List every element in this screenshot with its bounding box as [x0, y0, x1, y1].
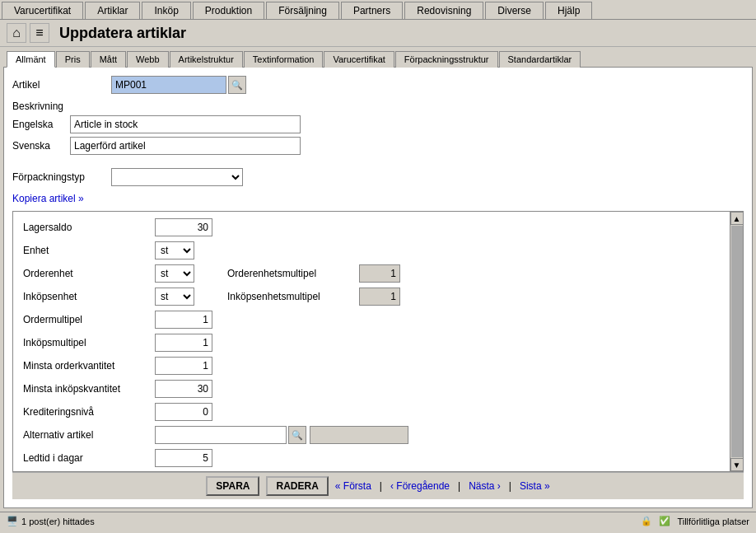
radera-button[interactable]: RADERA	[266, 476, 328, 496]
enhet-label: Enhet	[23, 245, 155, 256]
top-menu-hjalp[interactable]: Hjälp	[545, 2, 592, 19]
bottom-bar: SPARA RADERA « Första | ‹ Föregående | N…	[12, 472, 744, 499]
inkopsenhet-select[interactable]: st	[155, 288, 194, 306]
enhet-row: Enhet st	[23, 241, 726, 259]
artikel-search-button[interactable]: 🔍	[228, 76, 246, 94]
top-menu-partners[interactable]: Partners	[341, 2, 403, 19]
tabs-row: Allmänt Pris Mått Webb Artikelstruktur T…	[3, 50, 753, 67]
ledtididagar-row: Ledtid i dagar	[23, 449, 726, 467]
orderenhetsmultipel-input[interactable]	[359, 264, 400, 283]
top-menu-inkop[interactable]: Inköp	[142, 2, 190, 19]
krediteringsniva-label: Krediteringsnivå	[23, 406, 155, 418]
ordermultipel-label: Ordermultipel	[23, 314, 155, 325]
tab-webb[interactable]: Webb	[127, 51, 169, 68]
orderenhet-select[interactable]: st	[155, 264, 194, 283]
krediteringsniva-input[interactable]	[155, 403, 212, 421]
lock-icon: 🔒	[641, 516, 652, 526]
mistainkopskvantitet-row: Minsta inköpskvantitet	[23, 380, 726, 398]
nav-first-link[interactable]: « Första	[335, 480, 371, 492]
forpackningstyp-row: Förpackningstyp	[12, 168, 744, 186]
engelska-input[interactable]	[70, 115, 301, 133]
nav-last-link[interactable]: Sista »	[520, 480, 550, 492]
beskrivning-section: Beskrivning Engelska Svenska	[12, 101, 744, 158]
orderenhet-row: Orderenhet st Orderenhetsmultipel	[23, 264, 726, 283]
ledtididagar-label: Ledtid i dagar	[23, 452, 155, 464]
secure-label: Tillförlitliga platser	[677, 517, 749, 526]
scroll-section: Lagersaldo Enhet st Orderenhet	[12, 211, 744, 472]
inkopsenhet-label: Inköpsenhet	[23, 291, 155, 302]
lagersaldo-label: Lagersaldo	[23, 222, 155, 233]
top-menu-produktion[interactable]: Produktion	[193, 2, 264, 19]
scroll-thumb[interactable]	[731, 226, 743, 457]
tab-varucertifikat[interactable]: Varucertifikat	[324, 51, 394, 68]
alternativartikel-row: Alternativ artikel 🔍	[23, 426, 726, 444]
top-menu-bar: Varucertifikat Artiklar Inköp Produktion…	[0, 0, 756, 20]
status-message: 1 post(er) hittades	[21, 517, 95, 526]
ordermultipel-row: Ordermultipel	[23, 311, 726, 329]
tab-pris[interactable]: Pris	[56, 51, 90, 68]
tab-allman[interactable]: Allmänt	[7, 51, 55, 68]
forpackningstyp-select[interactable]	[111, 168, 243, 186]
tab-textinformation[interactable]: Textinformation	[244, 51, 324, 68]
scroll-up-arrow[interactable]: ▲	[730, 212, 744, 225]
top-menu-forsaljning[interactable]: Försäljning	[266, 2, 339, 19]
ordermultipel-input[interactable]	[155, 311, 212, 329]
alternativartikel-input[interactable]	[155, 426, 287, 444]
main-area: ⌂ ≡ Uppdatera artiklar Allmänt Pris Mått…	[0, 20, 756, 530]
home-icon[interactable]: ⌂	[7, 23, 26, 43]
top-menu-varucertifikat[interactable]: Varucertifikat	[2, 2, 83, 19]
inkopsmultipel-input[interactable]	[155, 334, 212, 352]
inkopsenhetsmultipel-label: Inköpsenhetsmultipel	[227, 291, 359, 302]
scrollbar[interactable]: ▲ ▼	[730, 212, 743, 471]
secure-icon: ✅	[659, 516, 670, 526]
artikel-label: Artikel	[12, 79, 111, 91]
beskrivning-label: Beskrivning	[12, 101, 744, 112]
krediteringsniva-row: Krediteringsnivå	[23, 403, 726, 421]
toolbar: ⌂ ≡ Uppdatera artiklar	[0, 20, 756, 47]
kopiera-artikel-link[interactable]: Kopiera artikel »	[12, 193, 744, 204]
forpackningstyp-label: Förpackningstyp	[12, 171, 111, 183]
svenska-row: Svenska	[12, 137, 744, 155]
spara-button[interactable]: SPARA	[206, 476, 259, 496]
tab-artikelstruktur[interactable]: Artikelstruktur	[170, 51, 243, 68]
nav-prev-link[interactable]: ‹ Föregående	[390, 480, 450, 492]
tab-standardartiklar[interactable]: Standardartiklar	[499, 51, 581, 68]
ledtididagar-input[interactable]	[155, 449, 212, 467]
content-panel: Allmänt Pris Mått Webb Artikelstruktur T…	[0, 47, 756, 512]
minstaorderkvantitet-input[interactable]	[155, 357, 212, 375]
svenska-label: Svenska	[12, 140, 70, 152]
alternativartikel-desc	[310, 426, 408, 444]
status-icon: 🖥️	[7, 516, 18, 526]
orderenhet-label: Orderenhet	[23, 268, 155, 279]
menu-icon[interactable]: ≡	[30, 23, 49, 43]
svenska-input[interactable]	[70, 137, 301, 155]
tab-matt[interactable]: Mått	[91, 51, 126, 68]
enhet-select[interactable]: st	[155, 241, 194, 259]
lagersaldo-row: Lagersaldo	[23, 218, 726, 236]
top-menu-diverse[interactable]: Diverse	[485, 2, 544, 19]
status-bar: 🖥️ 1 post(er) hittades 🔒 ✅ Tillförlitlig…	[0, 512, 756, 530]
orderenhetsmultipel-label: Orderenhetsmultipel	[227, 268, 359, 279]
nav-next-link[interactable]: Nästa ›	[469, 480, 501, 492]
scroll-content: Lagersaldo Enhet st Orderenhet	[13, 212, 743, 471]
page-title: Uppdatera artiklar	[59, 25, 186, 42]
tab-forpackningsstruktur[interactable]: Förpackningsstruktur	[395, 51, 498, 68]
form-panel: Artikel 🔍 Beskrivning Engelska Svenska F…	[3, 67, 753, 508]
inkopsenhet-row: Inköpsenhet st Inköpsenhetsmultipel	[23, 288, 726, 306]
scroll-down-arrow[interactable]: ▼	[730, 458, 744, 471]
engelska-label: Engelska	[12, 119, 70, 130]
status-right: 🔒 ✅ Tillförlitliga platser	[641, 516, 749, 526]
top-menu-artiklar[interactable]: Artiklar	[85, 2, 140, 19]
mistainkopskvantitet-input[interactable]	[155, 380, 212, 398]
top-menu-redovisning[interactable]: Redovisning	[404, 2, 483, 19]
alternativartikel-label: Alternativ artikel	[23, 429, 155, 441]
engelska-row: Engelska	[12, 115, 744, 133]
minstaorderkvantitet-label: Minsta orderkvantitet	[23, 360, 155, 372]
minstaorderkvantitet-row: Minsta orderkvantitet	[23, 357, 726, 375]
alternativartikel-search-button[interactable]: 🔍	[288, 426, 306, 444]
artikel-input[interactable]	[111, 76, 226, 94]
mistainkopskvantitet-label: Minsta inköpskvantitet	[23, 383, 155, 395]
inkopsmultipel-row: Inköpsmultipel	[23, 334, 726, 352]
inkopsenhetsmultipel-input[interactable]	[359, 288, 400, 306]
lagersaldo-input[interactable]	[155, 218, 212, 236]
